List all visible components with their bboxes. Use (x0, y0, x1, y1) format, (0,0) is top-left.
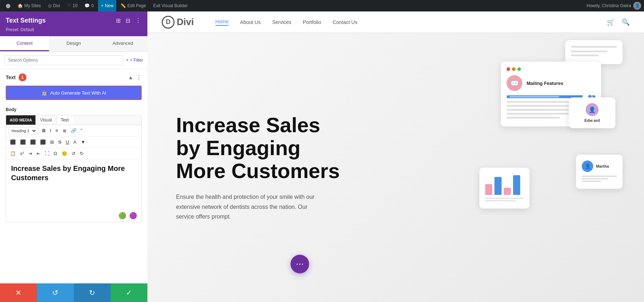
indent-btn[interactable]: ⇥ (26, 149, 34, 158)
justify-btn[interactable]: ⬛ (38, 138, 48, 146)
bar-1 (485, 184, 492, 195)
stats-line-2 (485, 200, 516, 201)
fullscreen-btn[interactable]: ⛶ (43, 149, 51, 158)
main-container: Text Settings ⊞ ⊟ ⋮ Preset: Default Cont… (0, 11, 644, 302)
my-sites-btn[interactable]: 🏠 My Sites (15, 0, 44, 11)
more-options-btn[interactable]: ⋮ (135, 16, 142, 25)
hero-subtitle: Ensure the health and protection of your… (176, 192, 319, 221)
body-label: Body (6, 107, 142, 112)
tab-design[interactable]: Design (49, 36, 98, 51)
special-chars-btn[interactable]: Ω (52, 149, 59, 158)
ordered-list-btn[interactable]: ≣ (61, 126, 68, 135)
mailing-title: Mailing Features (527, 81, 564, 86)
align-right-btn[interactable]: ⬛ (28, 138, 38, 146)
martha-line-3 (582, 181, 601, 182)
bold-btn[interactable]: B (40, 126, 47, 135)
section-actions: ▲ ⋮ (128, 74, 142, 81)
align-left-btn[interactable]: ⬛ (8, 138, 18, 146)
save-btn[interactable]: ✓ (111, 283, 147, 302)
nav-link-home[interactable]: Home (215, 19, 229, 26)
bar-fill (509, 96, 559, 97)
section-title-row: Text 1 (6, 73, 26, 81)
layout-btn[interactable]: ⊟ (125, 16, 131, 25)
blockquote-btn[interactable]: " (79, 126, 84, 135)
fab-button[interactable]: ⋯ (291, 255, 309, 273)
bar-2 (494, 177, 502, 195)
nav-link-services[interactable]: Services (272, 19, 292, 25)
toolbar-row-1: Heading 1 B I ≡ ≣ 🔗 " (6, 125, 141, 136)
superscript-btn[interactable]: x² (18, 149, 26, 158)
focus-mode-btn[interactable]: ⊞ (115, 16, 121, 25)
section-title: Text (6, 75, 16, 80)
mailing-info: Mailing Features (527, 81, 564, 86)
howdy-text: Howdy, Christina Gwira 👤 (587, 2, 641, 10)
likes-icon: ♡ (67, 3, 71, 8)
cancel-btn[interactable]: ✕ (0, 283, 37, 302)
edit-page-btn[interactable]: ✏️ Edit Page (118, 0, 149, 11)
ai-button-wrapper: 🤖 Auto Generate Text With AI (0, 84, 147, 104)
section-more-btn[interactable]: ⋮ (136, 74, 142, 81)
align-center-btn[interactable]: ⬛ (18, 138, 28, 146)
martha-line-1 (582, 176, 617, 177)
outdent-btn[interactable]: ⇤ (35, 149, 42, 158)
text-color-btn[interactable]: A (72, 138, 78, 146)
tab-content[interactable]: Content (0, 36, 49, 51)
redo-editor-btn[interactable]: ↻ (78, 149, 86, 158)
card-edward: 👤 Edw ard (569, 97, 615, 128)
editor-tab-text[interactable]: Text (56, 115, 73, 125)
panel-tabs: Content Design Advanced (0, 36, 147, 52)
hero-title: Increase Sales by Engaging More Customer… (176, 114, 341, 182)
section-badge: 1 (19, 73, 26, 81)
unordered-list-btn[interactable]: ≡ (54, 126, 60, 135)
stats-bars (485, 173, 524, 195)
strikethrough-btn[interactable]: S (57, 138, 63, 146)
edward-name: Edw ard (575, 118, 610, 123)
divi-logo-circle: D (162, 16, 175, 29)
likes-btn[interactable]: ♡ 10 (64, 0, 80, 11)
divi-btn[interactable]: ◎ Divi (45, 0, 63, 11)
cart-icon[interactable]: 🛒 (607, 18, 615, 26)
paste-text-btn[interactable]: 📋 (8, 149, 18, 158)
panel-title: Text Settings (6, 17, 46, 24)
mailing-row: ✉️ Mailing Features (507, 75, 595, 91)
exit-builder-btn[interactable]: Exit Visual Builder (150, 0, 191, 11)
divi-icon: ◎ (48, 3, 52, 8)
card-dots (507, 67, 595, 71)
ai-generate-btn[interactable]: 🤖 Auto Generate Text With AI (6, 86, 142, 100)
redo-btn[interactable]: ↻ (74, 283, 111, 302)
left-panel: Text Settings ⊞ ⊟ ⋮ Preset: Default Cont… (0, 11, 147, 302)
nav-link-portfolio[interactable]: Portfolio (303, 19, 321, 25)
dropdown-btn[interactable]: ▼ (79, 138, 87, 146)
tab-advanced[interactable]: Advanced (98, 36, 147, 51)
table-btn[interactable]: ⊞ (48, 138, 56, 146)
nav-link-contact[interactable]: Contact Us (333, 19, 357, 25)
nav-link-about[interactable]: About Us (240, 19, 261, 25)
new-btn[interactable]: + New (98, 0, 116, 11)
search-icon[interactable]: 🔍 (622, 18, 630, 26)
dot-green (517, 67, 521, 71)
undo-editor-btn[interactable]: ↺ (70, 149, 77, 158)
add-media-btn[interactable]: ADD MEDIA (6, 115, 35, 125)
collapse-btn[interactable]: ▲ (128, 75, 133, 80)
editor-tab-visual[interactable]: Visual (35, 115, 56, 125)
editor-heading: Increase Sales by Engaging More Customer… (11, 164, 136, 182)
card-content-line-5 (507, 117, 560, 119)
preset-label[interactable]: Preset: Default (6, 27, 34, 32)
editor-content[interactable]: Increase Sales by Engaging More Customer… (6, 159, 141, 210)
link-btn[interactable]: 🔗 (69, 126, 78, 135)
dot-red (507, 67, 510, 71)
search-input[interactable] (4, 55, 123, 65)
toolbar-row-2: ⬛ ⬛ ⬛ ⬛ ⊞ S U A ▼ (6, 136, 141, 148)
admin-bar: ⬤ 🏠 My Sites ◎ Divi ♡ 10 💬 0 + New ✏️ Ed… (0, 0, 644, 11)
filter-btn[interactable]: + + Filter (126, 58, 143, 63)
wp-icon-btn[interactable]: ⬤ (3, 0, 13, 11)
comments-btn[interactable]: 💬 0 (82, 0, 97, 11)
undo-btn[interactable]: ↺ (37, 283, 74, 302)
toolbar-divider-1 (39, 128, 39, 134)
emoji-btn[interactable]: 🙂 (60, 149, 69, 158)
underline-btn[interactable]: U (64, 138, 71, 146)
bar-4 (513, 175, 520, 195)
hero-illustration: ✉️ Mailing Features (479, 40, 623, 219)
heading-select[interactable]: Heading 1 (8, 127, 37, 134)
italic-btn[interactable]: I (48, 126, 53, 135)
